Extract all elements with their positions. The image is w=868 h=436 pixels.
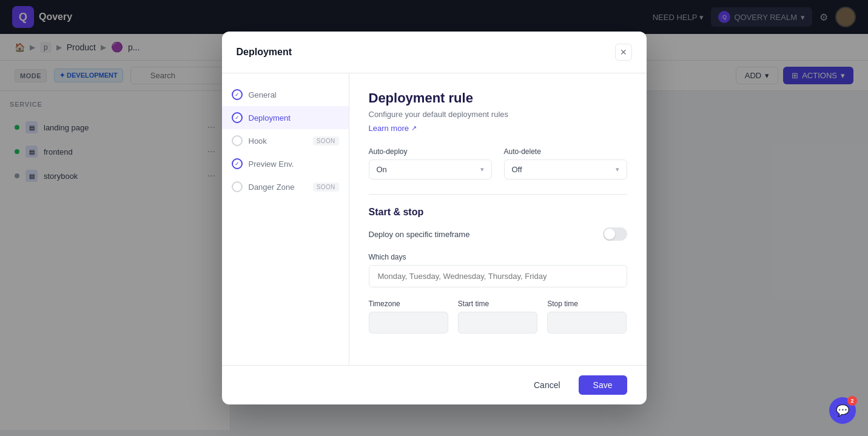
stop-time-input[interactable] xyxy=(547,312,627,334)
deploy-timeframe-label: Deploy on specific timeframe xyxy=(369,230,470,239)
timezone-label: Timezone xyxy=(369,300,448,308)
stop-time-group: Stop time xyxy=(547,300,627,334)
start-stop-title: Start & stop xyxy=(369,207,627,218)
auto-delete-label: Auto-delete xyxy=(504,147,627,156)
nav-check-icon: ✓ xyxy=(232,89,243,100)
nav-label: Preview Env. xyxy=(249,159,294,169)
start-time-group: Start time xyxy=(458,300,537,334)
timezone-group: Timezone xyxy=(369,300,448,334)
timezone-input[interactable] xyxy=(369,312,448,334)
nav-label: Deployment xyxy=(249,113,291,122)
divider xyxy=(369,194,627,195)
auto-delete-group: Auto-delete Off ▾ xyxy=(504,147,627,179)
soon-badge: SOON xyxy=(313,183,339,192)
modal-overlay: Deployment ✕ ✓ General ✓ Deployment Hook… xyxy=(0,0,868,436)
sidebar-item-danger-zone[interactable]: Danger Zone SOON xyxy=(222,175,349,198)
modal-title: Deployment xyxy=(237,47,292,58)
chevron-down-icon: ▾ xyxy=(616,166,619,173)
sidebar-item-deployment[interactable]: ✓ Deployment xyxy=(222,106,349,129)
sidebar-item-general[interactable]: ✓ General xyxy=(222,83,349,106)
deploy-timeframe-row: Deploy on specific timeframe xyxy=(369,227,627,241)
external-link-icon: ↗ xyxy=(411,124,417,132)
nav-label: Hook xyxy=(249,136,267,146)
modal-body: ✓ General ✓ Deployment Hook SOON ✓ Previ… xyxy=(222,73,647,365)
close-button[interactable]: ✕ xyxy=(615,44,632,61)
nav-check-icon xyxy=(232,181,243,192)
which-days-label: Which days xyxy=(369,253,627,261)
nav-check-icon xyxy=(232,135,243,146)
auto-deploy-select[interactable]: On ▾ xyxy=(369,159,492,179)
section-subtitle: Configure your default deployment rules xyxy=(369,110,627,119)
auto-delete-select[interactable]: Off ▾ xyxy=(504,159,627,179)
start-time-label: Start time xyxy=(458,300,537,308)
save-button[interactable]: Save xyxy=(579,375,627,395)
nav-label: Danger Zone xyxy=(249,183,295,192)
chat-icon: 💬 xyxy=(836,404,849,417)
cancel-button[interactable]: Cancel xyxy=(522,375,573,395)
auto-deploy-label: Auto-deploy xyxy=(369,147,492,156)
auto-deploy-group: Auto-deploy On ▾ xyxy=(369,147,492,179)
chevron-down-icon: ▾ xyxy=(480,166,484,173)
nav-check-icon: ✓ xyxy=(232,112,243,123)
chat-widget[interactable]: 💬 2 xyxy=(829,397,856,424)
auto-fields-row: Auto-deploy On ▾ Auto-delete Off ▾ xyxy=(369,147,627,179)
stop-time-label: Stop time xyxy=(547,300,627,308)
nav-check-icon: ✓ xyxy=(232,158,243,169)
soon-badge: SOON xyxy=(313,136,339,146)
deployment-modal: Deployment ✕ ✓ General ✓ Deployment Hook… xyxy=(222,32,647,404)
modal-footer: Cancel Save xyxy=(222,365,647,404)
sidebar-item-hook[interactable]: Hook SOON xyxy=(222,129,349,152)
modal-main-content: Deployment rule Configure your default d… xyxy=(349,73,647,365)
learn-more-link[interactable]: Learn more ↗ xyxy=(369,124,417,133)
deploy-timeframe-toggle[interactable] xyxy=(603,227,627,241)
sidebar-item-preview-env[interactable]: ✓ Preview Env. xyxy=(222,152,349,175)
time-row: Timezone Start time Stop time xyxy=(369,300,627,334)
section-title: Deployment rule xyxy=(369,90,627,106)
modal-header: Deployment ✕ xyxy=(222,32,647,73)
which-days-input[interactable] xyxy=(369,265,627,287)
start-time-input[interactable] xyxy=(458,312,537,334)
modal-sidebar: ✓ General ✓ Deployment Hook SOON ✓ Previ… xyxy=(222,73,349,365)
chat-badge: 2 xyxy=(847,396,857,406)
nav-label: General xyxy=(249,90,277,99)
